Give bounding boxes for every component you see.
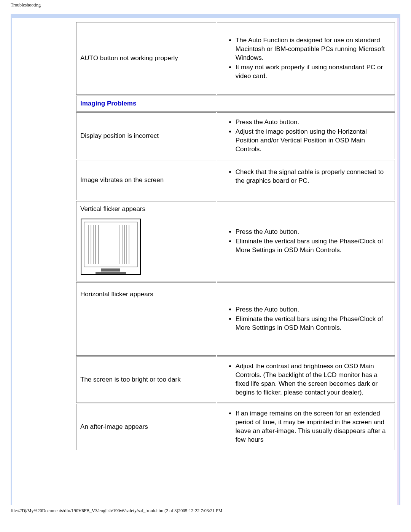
- problem-text: Vertical flicker appears: [80, 205, 145, 212]
- table-row: Horizontal flicker appears Press the Aut…: [76, 282, 395, 356]
- problem-cell: Image vibrates on the screen: [76, 160, 216, 200]
- solution-cell: Adjust the contrast and brightness on OS…: [217, 356, 395, 403]
- table-row: Imaging Problems: [76, 96, 395, 112]
- page-title: Troubleshooting: [0, 0, 411, 9]
- svg-rect-13: [96, 272, 126, 274]
- bullet-item: Adjust the image position using the Hori…: [236, 128, 391, 154]
- solution-cell: The Auto Function is designed for use on…: [217, 22, 395, 95]
- problem-cell: Display position is incorrect: [76, 112, 216, 160]
- footer-path: file:///D|/My%20Documents/dfu/190V6FB_V3…: [0, 505, 411, 514]
- solution-cell: Press the Auto button. Eliminate the ver…: [217, 201, 395, 281]
- table-row: Display position is incorrect Press the …: [76, 112, 395, 160]
- bullet-item: Adjust the contrast and brightness on OS…: [236, 362, 391, 397]
- solution-cell: Press the Auto button. Eliminate the ver…: [217, 282, 395, 356]
- svg-rect-1: [84, 222, 137, 267]
- problem-cell: Horizontal flicker appears: [76, 282, 216, 356]
- table-row: An after-image appears If an image remai…: [76, 404, 395, 450]
- svg-rect-12: [101, 268, 120, 272]
- solution-cell: Check that the signal cable is properly …: [217, 160, 395, 200]
- bullet-item: Press the Auto button.: [236, 305, 391, 314]
- svg-rect-0: [81, 219, 140, 275]
- solution-cell: Press the Auto button. Adjust the image …: [217, 112, 395, 160]
- bullet-item: Eliminate the vertical bars using the Ph…: [236, 315, 391, 332]
- table-row: The screen is too bright or too dark Adj…: [76, 356, 395, 403]
- bullet-item: If an image remains on the screen for an…: [236, 409, 391, 444]
- table-row: Vertical flicker appears: [76, 201, 395, 281]
- bullet-item: Check that the signal cable is properly …: [236, 168, 391, 185]
- bullet-item: The Auto Function is designed for use on…: [236, 36, 391, 62]
- bullet-item: Eliminate the vertical bars using the Ph…: [236, 237, 391, 255]
- vertical-flicker-icon: [80, 218, 212, 277]
- problem-cell: The screen is too bright or too dark: [76, 356, 216, 403]
- troubleshooting-table: AUTO button not working properly The Aut…: [75, 21, 396, 451]
- problem-cell: Vertical flicker appears: [76, 201, 216, 281]
- content-frame: AUTO button not working properly The Aut…: [11, 14, 400, 505]
- bullet-item: Press the Auto button.: [236, 118, 391, 127]
- section-header: Imaging Problems: [76, 96, 395, 112]
- table-row: Image vibrates on the screen Check that …: [76, 160, 395, 200]
- problem-cell: An after-image appears: [76, 404, 216, 450]
- table-row: AUTO button not working properly The Aut…: [76, 22, 395, 95]
- bullet-item: It may not work properly if using nonsta…: [236, 63, 391, 81]
- problem-cell: AUTO button not working properly: [76, 22, 216, 95]
- bullet-item: Press the Auto button.: [236, 228, 391, 236]
- header-separator: [11, 9, 400, 9]
- solution-cell: If an image remains on the screen for an…: [217, 404, 395, 450]
